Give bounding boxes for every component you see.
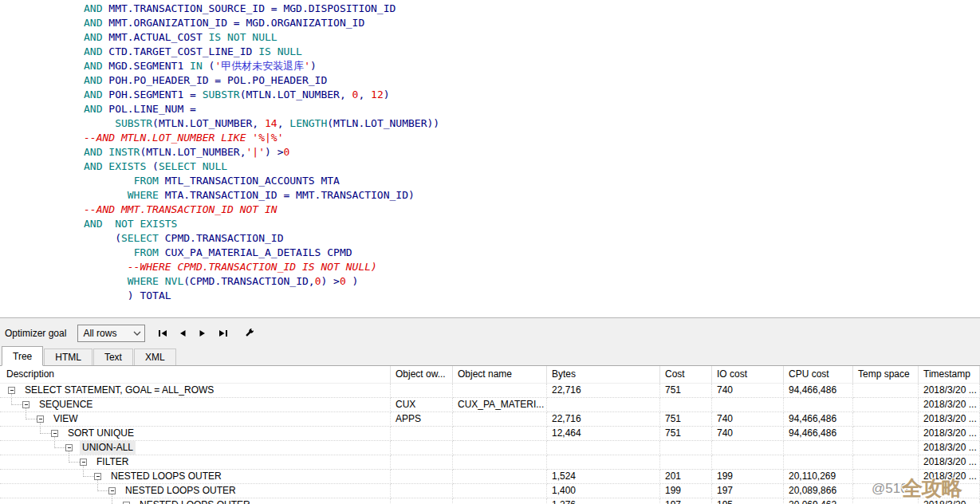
plan-node-label[interactable]: SELECT STATEMENT, GOAL = ALL_ROWS (22, 384, 216, 397)
plan-row[interactable]: FILTER2018/3/20 ... (0, 455, 980, 470)
minus-icon (68, 447, 71, 448)
plan-row[interactable]: UNION-ALL2018/3/20 ... (0, 441, 980, 455)
column-header-object-owner[interactable]: Object ow... (391, 366, 453, 384)
cell-io-cost: 740 (712, 384, 784, 398)
tab-html[interactable]: HTML (44, 348, 92, 365)
plan-node-label[interactable]: FILTER (94, 455, 131, 469)
cell-bytes (547, 441, 660, 455)
column-header-bytes[interactable]: Bytes (547, 366, 660, 384)
plan-table-header: DescriptionObject ow...Object nameBytesC… (0, 366, 980, 384)
plan-node-label[interactable]: NESTED LOOPS OUTER (108, 470, 224, 483)
cell-timestamp: 2018/3/20 ... (919, 455, 980, 470)
cell-bytes (547, 455, 660, 470)
plan-view-tabs: TreeHTMLTextXML (0, 344, 980, 366)
cell-description: NESTED LOOPS OUTER (0, 498, 391, 504)
column-header-cpu-cost[interactable]: CPU cost (784, 366, 853, 384)
tree-collapse-box[interactable] (80, 459, 87, 466)
cell-io-cost: 197 (712, 484, 784, 498)
code-line: FROM CUX_PA_MATERIAL_A_DETAILS CPMD (84, 246, 980, 260)
plan-row[interactable]: SELECT STATEMENT, GOAL = ALL_ROWS22,7167… (0, 384, 980, 398)
code-line: --AND MMT.TRANSACTION_ID NOT IN (84, 203, 980, 217)
code-line: SUBSTR(MTLN.LOT_NUMBER, 14, LENGTH(MTLN.… (84, 116, 980, 131)
cell-io-cost: 740 (712, 412, 784, 427)
tree-collapse-box[interactable] (22, 401, 30, 408)
code-line: --WHERE CPMD.TRANSACTION_ID IS NOT NULL) (84, 260, 980, 274)
plan-row[interactable]: SORT UNIQUE12,46475174094,466,4862018/3/… (0, 427, 980, 441)
column-header-io-cost[interactable]: IO cost (712, 366, 784, 384)
plan-node-label[interactable]: SORT UNIQUE (65, 427, 136, 440)
tree-connector (26, 412, 37, 419)
column-header-cost[interactable]: Cost (660, 366, 712, 384)
plan-row[interactable]: VIEWAPPS22,71675174094,466,4862018/3/20 … (0, 412, 980, 427)
cell-object-owner (391, 384, 453, 398)
plan-node-label[interactable]: SEQUENCE (37, 398, 95, 411)
column-header-temp-space[interactable]: Temp space (853, 366, 919, 384)
preferences-button[interactable] (242, 327, 255, 340)
cell-temp-space (853, 384, 919, 398)
cell-bytes: 22,716 (547, 412, 660, 427)
cell-object-name: CUX_PA_MATERI... (453, 398, 547, 412)
plan-row[interactable]: NESTED LOOPS OUTER1,27619719520,069,4622… (0, 498, 980, 504)
cell-cpu-cost (784, 398, 853, 412)
cell-io-cost: 740 (712, 427, 784, 441)
code-line: AND POH.PO_HEADER_ID = POL.PO_HEADER_ID (84, 73, 980, 88)
cell-io-cost (712, 398, 784, 412)
cell-cpu-cost: 20,110,269 (784, 470, 853, 484)
cell-bytes: 1,400 (547, 484, 660, 498)
last-record-button[interactable] (216, 327, 229, 340)
cell-temp-space (853, 412, 919, 427)
code-line: AND EXISTS (SELECT NULL (84, 159, 980, 174)
cell-object-name (453, 455, 547, 470)
tab-text[interactable]: Text (93, 348, 133, 365)
column-header-description[interactable]: Description (0, 366, 391, 384)
plan-node-label[interactable]: VIEW (51, 412, 81, 426)
tab-tree[interactable]: Tree (2, 346, 43, 366)
plan-node-label[interactable]: UNION-ALL (80, 441, 136, 455)
cell-object-name (453, 484, 547, 498)
minus-icon (25, 404, 28, 405)
plan-node-label[interactable]: NESTED LOOPS OUTER (123, 484, 238, 498)
next-record-icon (198, 329, 207, 338)
cell-cost (660, 441, 712, 455)
code-line: AND MMT.TRANSACTION_SOURCE_ID = MGD.DISP… (84, 2, 980, 16)
code-line: AND POL.LINE_NUM = (84, 102, 980, 116)
cell-bytes: 12,464 (547, 427, 660, 441)
chevron-down-icon (133, 331, 141, 336)
minus-icon (53, 433, 57, 434)
tree-collapse-box[interactable] (108, 487, 116, 494)
tree-collapse-box[interactable] (51, 430, 58, 437)
column-header-object-name[interactable]: Object name (453, 366, 547, 384)
next-record-button[interactable] (196, 327, 209, 340)
plan-row[interactable]: NESTED LOOPS OUTER1,40019919720,089,866 (0, 484, 980, 498)
tree-collapse-box[interactable] (8, 387, 15, 394)
plan-row[interactable]: SEQUENCECUXCUX_PA_MATERI...2018/3/20 ... (0, 398, 980, 412)
last-record-icon (218, 329, 228, 338)
first-record-button[interactable] (156, 327, 169, 340)
minus-icon (111, 490, 114, 491)
cell-cost: 197 (660, 498, 712, 504)
cell-object-name (453, 384, 547, 398)
cell-io-cost: 195 (712, 498, 784, 504)
plan-row[interactable]: NESTED LOOPS OUTER1,52420119920,110,2692… (0, 470, 980, 484)
cell-cost: 199 (660, 484, 712, 498)
tab-xml[interactable]: XML (134, 348, 176, 365)
plan-table-body: SELECT STATEMENT, GOAL = ALL_ROWS22,7167… (0, 384, 980, 504)
minus-icon (10, 390, 14, 391)
sql-editor[interactable]: AND MMT.TRANSACTION_SOURCE_ID = MGD.DISP… (0, 0, 980, 317)
prior-record-button[interactable] (176, 327, 189, 340)
column-header-timestamp[interactable]: Timestamp (919, 366, 980, 384)
cell-object-owner (391, 455, 453, 470)
plan-node-label[interactable]: NESTED LOOPS OUTER (137, 498, 253, 504)
cell-object-owner (391, 498, 453, 504)
cell-description: FILTER (0, 455, 391, 470)
cell-cpu-cost: 94,466,486 (784, 412, 853, 427)
code-line: AND POH.SEGMENT1 = SUBSTR(MTLN.LOT_NUMBE… (84, 88, 980, 102)
tree-collapse-box[interactable] (65, 444, 73, 451)
cell-description: SORT UNIQUE (0, 427, 391, 441)
cell-timestamp: 2018/3/20 ... (919, 384, 980, 398)
tree-collapse-box[interactable] (37, 415, 44, 423)
optimizer-goal-select[interactable]: All rows (77, 325, 145, 342)
code-line: FROM MTL_TRANSACTION_ACCOUNTS MTA (84, 174, 980, 188)
tree-collapse-box[interactable] (94, 473, 101, 480)
cell-object-name (453, 441, 547, 455)
